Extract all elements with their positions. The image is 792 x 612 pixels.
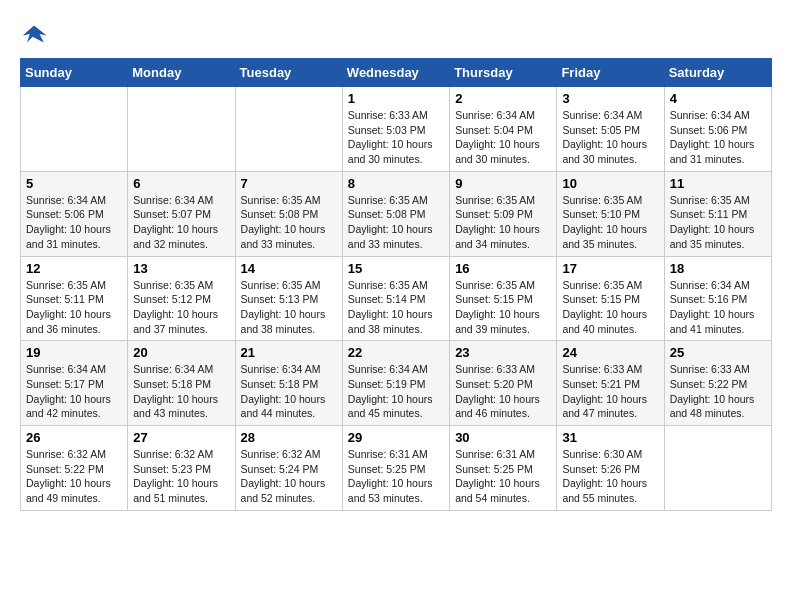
- day-info: Sunrise: 6:35 AMSunset: 5:14 PMDaylight:…: [348, 278, 444, 337]
- day-info: Sunrise: 6:34 AMSunset: 5:18 PMDaylight:…: [133, 362, 229, 421]
- day-number: 11: [670, 176, 766, 191]
- day-info: Sunrise: 6:32 AMSunset: 5:23 PMDaylight:…: [133, 447, 229, 506]
- day-info: Sunrise: 6:33 AMSunset: 5:22 PMDaylight:…: [670, 362, 766, 421]
- day-info: Sunrise: 6:34 AMSunset: 5:19 PMDaylight:…: [348, 362, 444, 421]
- day-number: 29: [348, 430, 444, 445]
- day-number: 26: [26, 430, 122, 445]
- day-number: 31: [562, 430, 658, 445]
- day-number: 1: [348, 91, 444, 106]
- day-number: 20: [133, 345, 229, 360]
- day-cell: 28Sunrise: 6:32 AMSunset: 5:24 PMDayligh…: [235, 426, 342, 511]
- svg-marker-0: [23, 26, 47, 43]
- calendar-table: SundayMondayTuesdayWednesdayThursdayFrid…: [20, 58, 772, 511]
- day-info: Sunrise: 6:34 AMSunset: 5:06 PMDaylight:…: [670, 108, 766, 167]
- day-cell: 21Sunrise: 6:34 AMSunset: 5:18 PMDayligh…: [235, 341, 342, 426]
- day-info: Sunrise: 6:32 AMSunset: 5:22 PMDaylight:…: [26, 447, 122, 506]
- day-info: Sunrise: 6:35 AMSunset: 5:12 PMDaylight:…: [133, 278, 229, 337]
- logo: [20, 20, 52, 48]
- day-info: Sunrise: 6:34 AMSunset: 5:04 PMDaylight:…: [455, 108, 551, 167]
- day-cell: 5Sunrise: 6:34 AMSunset: 5:06 PMDaylight…: [21, 171, 128, 256]
- day-info: Sunrise: 6:35 AMSunset: 5:08 PMDaylight:…: [348, 193, 444, 252]
- day-number: 7: [241, 176, 337, 191]
- week-row-5: 26Sunrise: 6:32 AMSunset: 5:22 PMDayligh…: [21, 426, 772, 511]
- day-number: 8: [348, 176, 444, 191]
- day-info: Sunrise: 6:34 AMSunset: 5:16 PMDaylight:…: [670, 278, 766, 337]
- day-info: Sunrise: 6:35 AMSunset: 5:15 PMDaylight:…: [455, 278, 551, 337]
- weekday-header-friday: Friday: [557, 59, 664, 87]
- day-cell: 18Sunrise: 6:34 AMSunset: 5:16 PMDayligh…: [664, 256, 771, 341]
- day-number: 24: [562, 345, 658, 360]
- day-info: Sunrise: 6:31 AMSunset: 5:25 PMDaylight:…: [348, 447, 444, 506]
- day-number: 19: [26, 345, 122, 360]
- day-info: Sunrise: 6:35 AMSunset: 5:11 PMDaylight:…: [670, 193, 766, 252]
- day-cell: 27Sunrise: 6:32 AMSunset: 5:23 PMDayligh…: [128, 426, 235, 511]
- day-number: 25: [670, 345, 766, 360]
- logo-bird-icon: [20, 20, 48, 48]
- day-cell: 6Sunrise: 6:34 AMSunset: 5:07 PMDaylight…: [128, 171, 235, 256]
- day-number: 6: [133, 176, 229, 191]
- day-number: 3: [562, 91, 658, 106]
- day-number: 16: [455, 261, 551, 276]
- day-cell: 26Sunrise: 6:32 AMSunset: 5:22 PMDayligh…: [21, 426, 128, 511]
- day-number: 14: [241, 261, 337, 276]
- day-number: 12: [26, 261, 122, 276]
- day-cell: 9Sunrise: 6:35 AMSunset: 5:09 PMDaylight…: [450, 171, 557, 256]
- day-cell: 16Sunrise: 6:35 AMSunset: 5:15 PMDayligh…: [450, 256, 557, 341]
- day-cell: 14Sunrise: 6:35 AMSunset: 5:13 PMDayligh…: [235, 256, 342, 341]
- day-cell: 31Sunrise: 6:30 AMSunset: 5:26 PMDayligh…: [557, 426, 664, 511]
- day-cell: 8Sunrise: 6:35 AMSunset: 5:08 PMDaylight…: [342, 171, 449, 256]
- weekday-header-saturday: Saturday: [664, 59, 771, 87]
- week-row-3: 12Sunrise: 6:35 AMSunset: 5:11 PMDayligh…: [21, 256, 772, 341]
- weekday-header-sunday: Sunday: [21, 59, 128, 87]
- day-cell: [235, 87, 342, 172]
- day-cell: 29Sunrise: 6:31 AMSunset: 5:25 PMDayligh…: [342, 426, 449, 511]
- day-cell: 19Sunrise: 6:34 AMSunset: 5:17 PMDayligh…: [21, 341, 128, 426]
- day-info: Sunrise: 6:35 AMSunset: 5:15 PMDaylight:…: [562, 278, 658, 337]
- day-info: Sunrise: 6:33 AMSunset: 5:03 PMDaylight:…: [348, 108, 444, 167]
- day-cell: 17Sunrise: 6:35 AMSunset: 5:15 PMDayligh…: [557, 256, 664, 341]
- day-number: 18: [670, 261, 766, 276]
- day-number: 30: [455, 430, 551, 445]
- day-cell: 24Sunrise: 6:33 AMSunset: 5:21 PMDayligh…: [557, 341, 664, 426]
- day-info: Sunrise: 6:34 AMSunset: 5:05 PMDaylight:…: [562, 108, 658, 167]
- day-info: Sunrise: 6:34 AMSunset: 5:07 PMDaylight:…: [133, 193, 229, 252]
- day-info: Sunrise: 6:33 AMSunset: 5:21 PMDaylight:…: [562, 362, 658, 421]
- day-number: 5: [26, 176, 122, 191]
- day-number: 17: [562, 261, 658, 276]
- day-info: Sunrise: 6:30 AMSunset: 5:26 PMDaylight:…: [562, 447, 658, 506]
- day-info: Sunrise: 6:34 AMSunset: 5:06 PMDaylight:…: [26, 193, 122, 252]
- day-info: Sunrise: 6:32 AMSunset: 5:24 PMDaylight:…: [241, 447, 337, 506]
- day-cell: 2Sunrise: 6:34 AMSunset: 5:04 PMDaylight…: [450, 87, 557, 172]
- weekday-header-row: SundayMondayTuesdayWednesdayThursdayFrid…: [21, 59, 772, 87]
- day-number: 4: [670, 91, 766, 106]
- day-cell: [128, 87, 235, 172]
- day-cell: 4Sunrise: 6:34 AMSunset: 5:06 PMDaylight…: [664, 87, 771, 172]
- day-number: 22: [348, 345, 444, 360]
- day-cell: 25Sunrise: 6:33 AMSunset: 5:22 PMDayligh…: [664, 341, 771, 426]
- day-cell: 13Sunrise: 6:35 AMSunset: 5:12 PMDayligh…: [128, 256, 235, 341]
- day-info: Sunrise: 6:34 AMSunset: 5:17 PMDaylight:…: [26, 362, 122, 421]
- weekday-header-monday: Monday: [128, 59, 235, 87]
- day-number: 21: [241, 345, 337, 360]
- weekday-header-tuesday: Tuesday: [235, 59, 342, 87]
- day-info: Sunrise: 6:35 AMSunset: 5:13 PMDaylight:…: [241, 278, 337, 337]
- week-row-4: 19Sunrise: 6:34 AMSunset: 5:17 PMDayligh…: [21, 341, 772, 426]
- day-number: 15: [348, 261, 444, 276]
- day-number: 28: [241, 430, 337, 445]
- day-number: 23: [455, 345, 551, 360]
- day-cell: 11Sunrise: 6:35 AMSunset: 5:11 PMDayligh…: [664, 171, 771, 256]
- day-cell: 10Sunrise: 6:35 AMSunset: 5:10 PMDayligh…: [557, 171, 664, 256]
- weekday-header-wednesday: Wednesday: [342, 59, 449, 87]
- day-number: 2: [455, 91, 551, 106]
- day-cell: [21, 87, 128, 172]
- day-info: Sunrise: 6:35 AMSunset: 5:11 PMDaylight:…: [26, 278, 122, 337]
- week-row-1: 1Sunrise: 6:33 AMSunset: 5:03 PMDaylight…: [21, 87, 772, 172]
- day-info: Sunrise: 6:35 AMSunset: 5:10 PMDaylight:…: [562, 193, 658, 252]
- day-cell: 1Sunrise: 6:33 AMSunset: 5:03 PMDaylight…: [342, 87, 449, 172]
- day-number: 10: [562, 176, 658, 191]
- day-cell: 20Sunrise: 6:34 AMSunset: 5:18 PMDayligh…: [128, 341, 235, 426]
- day-cell: [664, 426, 771, 511]
- day-info: Sunrise: 6:33 AMSunset: 5:20 PMDaylight:…: [455, 362, 551, 421]
- day-cell: 7Sunrise: 6:35 AMSunset: 5:08 PMDaylight…: [235, 171, 342, 256]
- day-cell: 30Sunrise: 6:31 AMSunset: 5:25 PMDayligh…: [450, 426, 557, 511]
